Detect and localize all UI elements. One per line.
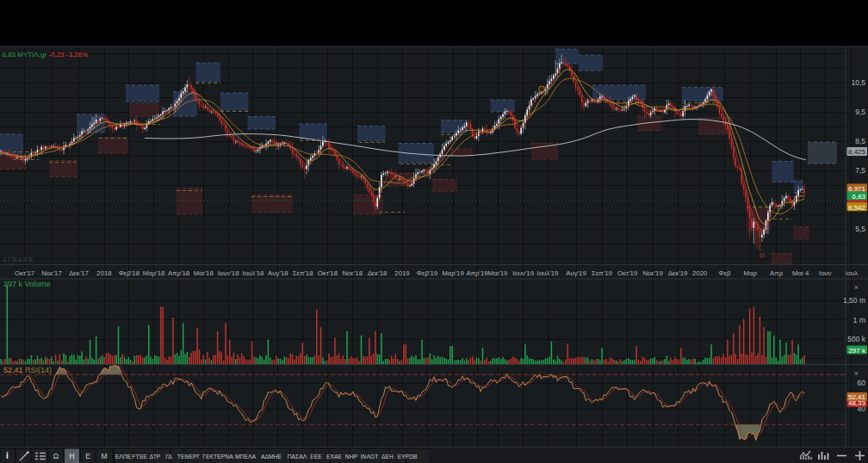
svg-text:ΙΝΛΟΤ: ΙΝΛΟΤ <box>361 454 379 460</box>
svg-text:Οκτ'19: Οκτ'19 <box>617 269 637 277</box>
svg-text:Ω: Ω <box>53 452 59 460</box>
svg-text:Σεπ'18: Σεπ'18 <box>293 269 313 277</box>
svg-text:ΓΔ: ΓΔ <box>165 454 172 460</box>
svg-text:Φεβ'18: Φεβ'18 <box>119 269 140 277</box>
svg-text:Μαι 4: Μαι 4 <box>792 269 809 277</box>
svg-text:Δεκ'18: Δεκ'18 <box>368 269 388 277</box>
svg-text:1 m: 1 m <box>853 316 865 324</box>
svg-text:Ιουν'18: Ιουν'18 <box>218 269 239 277</box>
svg-text:10,5: 10,5 <box>851 78 865 87</box>
svg-text:ΜΠΕΛΑ: ΜΠΕΛΑ <box>235 454 257 460</box>
svg-text:Ιουλ: Ιουλ <box>845 269 858 277</box>
svg-text:Νοε'19: Νοε'19 <box>642 269 663 277</box>
svg-text:Μαρ'19: Μαρ'19 <box>442 269 464 277</box>
svg-text:Απρ: Απρ <box>770 269 784 277</box>
svg-text:Οκτ'17: Οκτ'17 <box>15 269 34 277</box>
svg-text:5,5: 5,5 <box>855 225 865 233</box>
svg-text:Ιουλ'19: Ιουλ'19 <box>537 269 559 277</box>
svg-text:Νοε'18: Νοε'18 <box>342 269 363 277</box>
svg-text:Ιουν: Ιουν <box>819 269 832 277</box>
svg-text:i: i <box>6 451 9 460</box>
svg-text:Σεπ'19: Σεπ'19 <box>592 269 612 277</box>
svg-text:ΠΑΣΑΛ: ΠΑΣΑΛ <box>288 454 307 460</box>
svg-text:Μαρ'18: Μαρ'18 <box>143 269 165 277</box>
svg-text:ΑΔΜΗΕ: ΑΔΜΗΕ <box>261 454 282 460</box>
svg-text:ΤΕΝΕΡΓ: ΤΕΝΕΡΓ <box>177 454 201 460</box>
svg-text:297 k Volume: 297 k Volume <box>3 280 51 288</box>
svg-text:6,83 ΜΥΤΙΛ.gr -0,23 -3,26%: 6,83 ΜΥΤΙΛ.gr -0,23 -3,26% <box>3 51 89 59</box>
svg-text:ΔΤΡ: ΔΤΡ <box>150 454 161 460</box>
svg-text:Απρ'19: Απρ'19 <box>466 269 487 277</box>
svg-text:Νοε'17: Νοε'17 <box>41 269 62 277</box>
svg-text:8,5: 8,5 <box>855 137 865 145</box>
svg-text:ΕΥΡΩΒ: ΕΥΡΩΒ <box>397 454 418 460</box>
svg-text:ZTRADE: ZTRADE <box>3 256 34 263</box>
svg-text:Μ: Μ <box>101 452 107 460</box>
svg-text:Φεβ'19: Φεβ'19 <box>417 269 437 277</box>
svg-text:Μαι'18: Μαι'18 <box>194 269 214 277</box>
svg-text:ΓΕΚΤΕΡΝΑ: ΓΕΚΤΕΡΝΑ <box>202 454 233 460</box>
svg-text:Ιουν'19: Ιουν'19 <box>512 269 534 277</box>
svg-text:6,83: 6,83 <box>852 193 865 201</box>
svg-text:8,425: 8,425 <box>848 148 866 156</box>
svg-text:Ιουλ'18: Ιουλ'18 <box>242 269 264 277</box>
svg-text:ΔΕΗ: ΔΕΗ <box>381 454 394 460</box>
svg-text:60: 60 <box>858 379 866 387</box>
svg-text:FTSE: FTSE <box>132 454 147 460</box>
svg-text:ΕΛΠΕ: ΕΛΠΕ <box>115 454 132 460</box>
svg-text:Η: Η <box>69 452 74 460</box>
svg-text:Μαρ: Μαρ <box>744 269 758 277</box>
svg-text:6,542: 6,542 <box>848 204 866 212</box>
svg-text:Οκτ'18: Οκτ'18 <box>318 269 338 277</box>
svg-text:×: × <box>854 369 859 378</box>
svg-text:1,50 m: 1,50 m <box>843 296 865 305</box>
svg-text:Δεκ'19: Δεκ'19 <box>668 269 688 277</box>
svg-text:2019: 2019 <box>394 269 409 277</box>
svg-text:6,971: 6,971 <box>848 185 866 193</box>
svg-text:Δεκ'17: Δεκ'17 <box>69 269 89 277</box>
svg-text:Αυγ'18: Αυγ'18 <box>268 269 288 277</box>
svg-text:52,41 RSI(14): 52,41 RSI(14) <box>3 366 52 374</box>
svg-text:Μαι'19: Μαι'19 <box>488 269 508 277</box>
svg-text:52,41: 52,41 <box>848 393 866 401</box>
svg-text:7,5: 7,5 <box>855 166 865 175</box>
svg-text:2020: 2020 <box>692 269 708 277</box>
svg-text:Απρ'18: Απρ'18 <box>168 269 189 277</box>
svg-text:ΝΗΡ: ΝΗΡ <box>345 454 358 460</box>
svg-text:2018: 2018 <box>96 269 111 277</box>
svg-text:500 k: 500 k <box>847 335 866 343</box>
svg-text:ΕΧΑΕ: ΕΧΑΕ <box>326 454 343 460</box>
svg-text:ΕΕΕ: ΕΕΕ <box>310 454 322 460</box>
svg-text:Φεβ: Φεβ <box>718 269 731 277</box>
svg-text:Ε: Ε <box>85 452 90 460</box>
svg-text:×: × <box>854 283 859 292</box>
svg-text:Αυγ'19: Αυγ'19 <box>566 269 586 277</box>
svg-text:9,5: 9,5 <box>855 108 865 116</box>
svg-text:297 k: 297 k <box>848 347 866 355</box>
